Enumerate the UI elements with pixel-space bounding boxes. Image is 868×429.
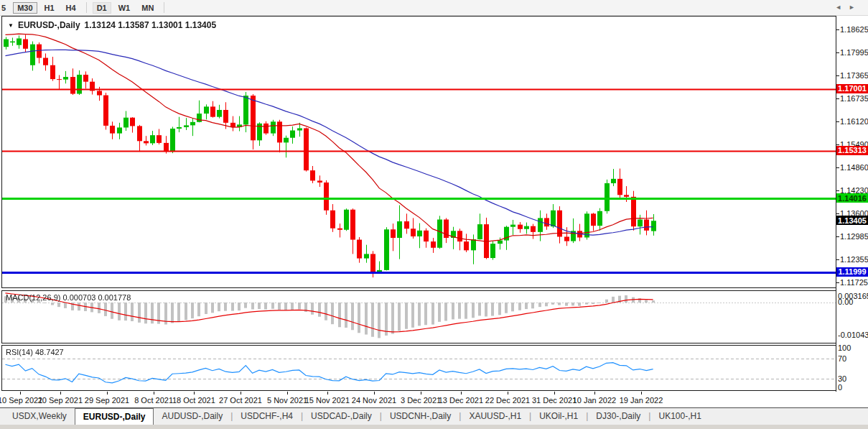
date-label: 15 Nov 2021: [305, 396, 350, 405]
date-label: 31 Dec 2021: [532, 396, 577, 405]
date-label: 22 Dec 2021: [485, 396, 530, 405]
price-chart-canvas[interactable]: [2, 17, 836, 287]
timeframe-button-h1[interactable]: H1: [40, 2, 59, 14]
price-axis-label: 1.12355: [840, 255, 868, 264]
price-axis-tick: [836, 167, 839, 168]
rsi-axis-label: 70: [838, 354, 846, 363]
time-axis-tick: [287, 392, 288, 395]
rsi-axis-label: 0: [838, 383, 842, 392]
price-axis-tick: [836, 144, 839, 145]
rsi-panel: RSI(14) 48.7427: [1, 345, 836, 391]
toolbar-separator: [86, 2, 87, 13]
date-label: 5 Nov 2021: [267, 396, 307, 405]
time-axis-tick: [461, 392, 462, 395]
chart-ohlc-values: 1.13124 1.13587 1.13001 1.13405: [85, 20, 217, 30]
tab-dj30-daily[interactable]: DJ30-,Daily: [588, 408, 648, 425]
timeframe-button-h4[interactable]: H4: [62, 2, 80, 14]
timeframe-button-mn[interactable]: MN: [137, 2, 158, 14]
tab-usdcnh-daily[interactable]: USDCNH-,Daily: [382, 408, 459, 425]
tab-usdcad-daily[interactable]: USDCAD-,Daily: [303, 408, 380, 425]
price-badge-1.14016: 1.14016: [836, 193, 868, 203]
price-badge-1.13405: 1.13405: [836, 216, 868, 225]
price-badge-1.17001: 1.17001: [836, 84, 868, 93]
tab-eurusd-daily[interactable]: EURUSD-,Daily: [75, 408, 154, 425]
rsi-axis-label: 100: [838, 343, 851, 352]
price-axis-tick: [836, 259, 839, 260]
tab-ukoil-h1[interactable]: UKOil-,H1: [531, 408, 586, 425]
time-axis-tick: [20, 392, 21, 395]
chart-symbol-label: EURUSD-,Daily: [18, 20, 80, 30]
rsi-axis-label: 30: [838, 374, 846, 383]
time-axis-tick: [508, 392, 508, 395]
price-axis-label: 1.17995: [840, 48, 868, 57]
date-label: 24 Nov 2021: [352, 396, 396, 405]
tab-usdchf-h4[interactable]: USDCHF-,H4: [233, 408, 301, 425]
tab-uk100-h1[interactable]: UK100-,H1: [650, 408, 709, 425]
macd-panel: MACD(12,26,9) 0.000703 0.001778: [1, 290, 836, 343]
chart-tab-bar: USDX,WeeklyEURUSD-,DailyAUDUSD-,Daily|US…: [0, 407, 868, 425]
price-axis-label: 1.14860: [840, 163, 868, 172]
price-badge-1.15313: 1.15313: [836, 146, 868, 155]
timeframe-toolbar: 5M30H1H4D1W1MN: [0, 0, 868, 16]
tab-scroll-left-icon[interactable]: ◄: [835, 4, 849, 11]
price-axis-label: 1.11725: [840, 278, 868, 287]
price-chart-panel: ▼ EURUSD-,Daily 1.13124 1.13587 1.13001 …: [1, 16, 836, 288]
trading-terminal-window: 5M30H1H4D1W1MN ▼ EURUSD-,Daily 1.13124 1…: [0, 0, 868, 429]
date-label: 29 Sep 2021: [85, 396, 129, 405]
macd-axis-label: 0.00: [838, 297, 853, 306]
date-label: 18 Oct 2021: [172, 396, 215, 405]
time-axis[interactable]: 10 Sep 202120 Sep 202129 Sep 20218 Oct 2…: [1, 392, 836, 407]
price-axis-tick: [836, 75, 839, 76]
time-axis-tick: [594, 392, 595, 395]
tab-audusd-daily[interactable]: AUDUSD-,Daily: [154, 408, 230, 425]
date-label: 3 Dec 2021: [401, 396, 441, 405]
chart-title: ▼ EURUSD-,Daily 1.13124 1.13587 1.13001 …: [8, 20, 216, 30]
time-axis-tick: [154, 392, 154, 395]
date-label: 13 Dec 2021: [439, 396, 483, 405]
tab-scroll-arrows[interactable]: ◄►: [835, 4, 862, 11]
date-label: 27 Oct 2021: [219, 396, 262, 405]
timeframe-button-w1[interactable]: W1: [114, 2, 135, 14]
price-axis-tick: [836, 190, 839, 191]
rsi-label: RSI(14) 48.7427: [6, 348, 64, 356]
macd-label: MACD(12,26,9) 0.000703 0.001778: [6, 293, 131, 302]
time-axis-tick: [374, 392, 375, 395]
price-axis-label: 1.17365: [840, 71, 868, 80]
time-axis-tick: [421, 392, 421, 395]
toolbar-separator: [164, 2, 164, 13]
time-axis-tick: [60, 392, 61, 395]
date-label: 20 Sep 2021: [38, 396, 83, 405]
price-axis-tick: [836, 236, 839, 237]
price-axis-tick: [836, 282, 839, 283]
symbol-dropdown-icon[interactable]: ▼: [8, 22, 14, 29]
timeframe-button-d1[interactable]: D1: [93, 2, 111, 14]
price-axis-tick: [836, 29, 839, 30]
date-label: 8 Oct 2021: [134, 396, 173, 405]
price-axis-label: 1.12985: [840, 232, 868, 241]
price-axis-tick: [836, 213, 839, 214]
time-axis-tick: [641, 392, 642, 395]
tab-scroll-right-icon[interactable]: ►: [849, 4, 862, 11]
rsi-canvas[interactable]: [2, 346, 836, 390]
tab-usdx-weekly[interactable]: USDX,Weekly: [4, 408, 75, 425]
date-label: 10 Jan 2022: [573, 396, 617, 405]
time-axis-tick: [327, 392, 328, 395]
time-axis-tick: [194, 392, 195, 395]
price-axis-tick: [836, 52, 839, 53]
time-axis-tick: [554, 392, 555, 395]
price-axis-tick: [836, 98, 839, 99]
date-label: 10 Sep 2021: [0, 396, 42, 405]
date-label: 19 Jan 2022: [620, 396, 663, 405]
macd-axis-label: -0.010431: [838, 331, 868, 339]
price-axis-line: [836, 16, 836, 392]
status-strip: [0, 425, 868, 429]
timeframe-button-m30[interactable]: M30: [13, 2, 37, 14]
tab-xauusd-h1[interactable]: XAUUSD-,H1: [461, 408, 529, 425]
price-axis-label: 1.16120: [840, 117, 868, 126]
timeframe-button-5[interactable]: 5: [0, 2, 10, 14]
price-badge-1.11999: 1.11999: [836, 267, 868, 277]
price-axis-tick: [836, 121, 839, 122]
price-axis-label: 1.18625: [840, 25, 868, 34]
time-axis-tick: [107, 392, 108, 395]
time-axis-tick: [241, 392, 241, 395]
